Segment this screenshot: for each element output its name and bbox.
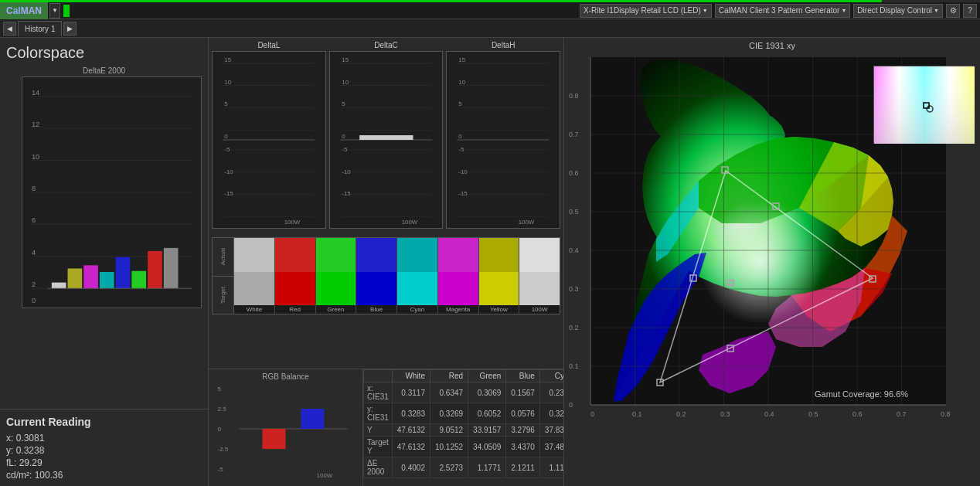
- svg-text:0: 0: [342, 133, 345, 140]
- rgb-balance-panel: RGB Balance 5 2.5 0 -2.5 -5: [209, 369, 363, 486]
- svg-text:0.6: 0.6: [569, 169, 579, 177]
- swatch-magenta: Magenta: [438, 238, 479, 314]
- deltaC-chart: DeltaC 15 10 5: [329, 41, 444, 234]
- dropdown-arrow: ▼: [703, 8, 708, 13]
- swatch-100w-label: 100W: [519, 305, 560, 314]
- title-dropdown[interactable]: ▼: [49, 3, 60, 19]
- svg-text:5: 5: [224, 100, 228, 107]
- cie-mini-preview: [873, 66, 974, 143]
- svg-text:15: 15: [342, 56, 349, 63]
- svg-text:5: 5: [218, 386, 222, 393]
- cdm2-reading: cd/m²: 100.36: [6, 470, 202, 481]
- swatch-white-actual: [234, 238, 274, 272]
- svg-text:0.6: 0.6: [852, 410, 863, 418]
- svg-rect-20: [131, 271, 146, 289]
- svg-rect-87: [301, 409, 325, 429]
- help-button[interactable]: ?: [963, 4, 977, 18]
- delta-charts-row: DeltaL 15 10 5: [212, 41, 560, 234]
- swatch-cols: White Red Green Blue: [234, 238, 560, 314]
- swatch-yellow: Yellow: [479, 238, 520, 314]
- data-table-container: White Red Green Blue Cyan Magenta Yellow…: [363, 369, 563, 486]
- fL-reading: fL: 29.29: [6, 457, 202, 468]
- deltaC-svg: 15 10 5 0 -5 -10 -15 100W: [330, 52, 443, 228]
- svg-text:0.2: 0.2: [569, 324, 579, 331]
- swatch-100w-target: [519, 272, 560, 306]
- svg-text:-5: -5: [342, 146, 348, 153]
- svg-text:-15: -15: [459, 190, 468, 197]
- svg-text:100W: 100W: [317, 472, 333, 479]
- colorspace-panel: Colorspace DeltaE 2000 14: [0, 38, 209, 486]
- svg-text:0.3: 0.3: [720, 410, 730, 418]
- svg-text:14: 14: [32, 89, 39, 97]
- logo-text2: MAN: [21, 5, 42, 16]
- swatches-container: Actual Target White Red: [212, 237, 560, 314]
- swatch-green-label: Green: [316, 305, 356, 314]
- svg-rect-22: [164, 248, 179, 288]
- pattern-gen-dropdown[interactable]: CalMAN Client 3 Pattern Generator ▼: [715, 4, 851, 18]
- svg-text:0.1: 0.1: [569, 362, 579, 370]
- settings-button[interactable]: ⚙: [946, 4, 960, 18]
- deltaH-bg: 15 10 5 0 -5 -10 -15 100W: [446, 51, 560, 229]
- swatch-white-target: [234, 272, 274, 306]
- top-bar-right: X-Rite I1Display Retail LCD (LED) ▼ CalM…: [580, 4, 980, 18]
- svg-text:0.4: 0.4: [764, 410, 774, 418]
- svg-rect-57: [359, 135, 413, 140]
- deltaE-chart-container: 14 12 10 8 6 4 2 0: [6, 76, 202, 308]
- svg-text:0: 0: [32, 297, 36, 304]
- svg-point-102: [699, 200, 822, 324]
- svg-text:6: 6: [32, 216, 36, 224]
- swatch-red: Red: [275, 238, 316, 314]
- swatch-blue-target: [356, 272, 396, 306]
- deltaL-svg: 15 10 5 0 -5 -10 -15 100W: [213, 52, 325, 228]
- forward-button[interactable]: ▶: [63, 22, 77, 36]
- cie-panel: CIE 1931 xy: [564, 38, 980, 486]
- x-label: x:: [6, 433, 13, 444]
- swatch-red-actual: [275, 238, 315, 272]
- swatch-green-target: [316, 272, 356, 306]
- calman-logo: CalMAN: [0, 2, 48, 19]
- actual-label: Actual: [219, 248, 226, 265]
- svg-text:-2.5: -2.5: [218, 446, 229, 453]
- swatch-blue: Blue: [356, 238, 397, 314]
- cie-chart-wrapper: 0 0.1 0.2 0.3 0.4 0.5 0.6 0.7 0.8 0 0.1 …: [567, 53, 977, 486]
- y-axis-labels: [6, 76, 22, 308]
- svg-text:100W: 100W: [519, 219, 535, 226]
- svg-rect-18: [100, 272, 114, 288]
- swatch-red-label: Red: [275, 305, 315, 314]
- svg-rect-86: [263, 429, 286, 449]
- table-row: Target Y 47.6132 10.1252 34.0509 3.4370 …: [364, 437, 564, 457]
- y-reading: y: 0.3238: [6, 445, 202, 456]
- dropdown-arrow3: ▼: [934, 8, 939, 13]
- svg-text:12: 12: [32, 121, 39, 128]
- y-label: y:: [6, 445, 13, 456]
- deltaL-bg: 15 10 5 0 -5 -10 -15 100W: [212, 51, 326, 229]
- svg-text:0.2: 0.2: [676, 410, 686, 418]
- swatch-magenta-target: [438, 272, 478, 306]
- swatch-100w-actual: [519, 238, 560, 272]
- deltaC-title: DeltaC: [329, 41, 444, 49]
- history-tab[interactable]: History 1: [18, 21, 62, 36]
- svg-text:15: 15: [459, 56, 466, 63]
- svg-text:0: 0: [569, 401, 573, 409]
- svg-text:10: 10: [342, 79, 349, 86]
- cdm2-label: cd/m²:: [6, 470, 32, 481]
- dropdown-arrow2: ▼: [841, 8, 846, 13]
- deltaL-title: DeltaL: [212, 41, 326, 49]
- svg-text:0.8: 0.8: [941, 410, 951, 418]
- table-header-row: White Red Green Blue Cyan Magenta Yellow…: [364, 370, 564, 382]
- svg-text:-10: -10: [459, 168, 468, 175]
- colorspace-title: Colorspace: [6, 44, 202, 62]
- target-label: Target: [219, 287, 226, 304]
- svg-text:-15: -15: [342, 190, 351, 197]
- back-button[interactable]: ◀: [3, 22, 16, 36]
- svg-text:0: 0: [218, 426, 222, 433]
- xrite-device-dropdown[interactable]: X-Rite I1Display Retail LCD (LED) ▼: [580, 4, 712, 18]
- svg-text:0.5: 0.5: [569, 208, 579, 216]
- deltaL-chart: DeltaL 15 10 5: [212, 41, 326, 234]
- cie-mini-svg: [874, 66, 975, 144]
- swatch-side-labels: Actual Target: [213, 238, 234, 314]
- deltaC-bg: 15 10 5 0 -5 -10 -15 100W: [329, 51, 444, 229]
- rgb-balance-svg: 5 2.5 0 -2.5 -5 100W: [212, 381, 359, 481]
- swatch-magenta-label: Magenta: [438, 305, 478, 314]
- display-control-dropdown[interactable]: Direct Display Control ▼: [853, 4, 943, 18]
